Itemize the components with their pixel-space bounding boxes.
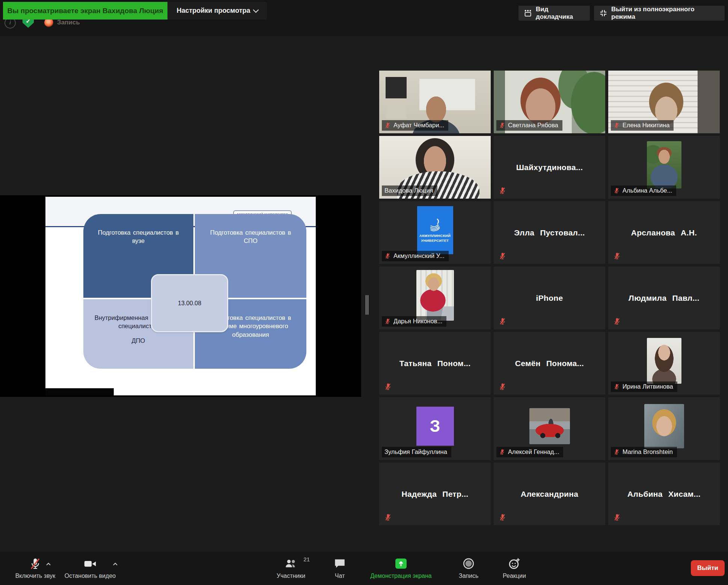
mic-options-caret[interactable] <box>46 562 51 566</box>
speaker-view-icon <box>524 9 532 17</box>
participant-photo-avatar <box>416 270 454 321</box>
participant-nameplate: Акмуллинский У... <box>382 251 449 261</box>
speaker-view-label: Вид докладчика <box>536 6 585 21</box>
participants-label: Участники <box>277 573 305 579</box>
participant-tile[interactable]: Светлана Рябова Светлана Рябова <box>494 71 605 133</box>
participant-name: Вахидова Люция <box>384 187 433 194</box>
swan-logo-icon <box>427 218 444 233</box>
meeting-toolbar: Включить звук Остановить видео 21 Участн… <box>0 552 728 585</box>
muted-mic-icon <box>499 252 506 260</box>
view-options-menu[interactable]: Настройки просмотра <box>167 2 267 20</box>
participant-tile[interactable]: Татьяна Поном... Татьяна Поном... <box>379 332 491 395</box>
speaker-view-button[interactable]: Вид докладчика <box>518 6 590 21</box>
muted-mic-icon <box>384 318 391 324</box>
muted-mic-icon <box>499 449 505 455</box>
participant-tile[interactable]: Альбина Хисам... Альбина Хисам... <box>608 463 720 525</box>
chat-button[interactable]: Чат <box>310 557 370 579</box>
participant-name-centered: Альбина Хисам... <box>608 463 720 525</box>
participant-name: Светлана Рябова <box>508 122 558 129</box>
exit-fullscreen-button[interactable]: Выйти из полноэкранного режима <box>594 6 725 21</box>
chat-label: Чат <box>335 573 345 579</box>
participant-nameplate: Елена Никитина <box>611 120 674 131</box>
muted-mic-icon <box>499 122 505 128</box>
participant-letter-avatar: З <box>416 407 454 446</box>
muted-mic-icon <box>613 317 621 325</box>
participant-tile[interactable]: Элла Пустовал... Элла Пустовал... <box>494 201 605 264</box>
logo-text-line1: АКМУЛЛИНСКИЙ <box>419 234 451 238</box>
muted-mic-icon <box>613 252 621 260</box>
share-screen-button[interactable]: Демонстрация экрана <box>371 557 431 579</box>
participant-name-centered: Семён Понома... <box>494 332 605 395</box>
reactions-icon <box>508 557 521 570</box>
participant-tile[interactable]: Ауфат Чембари... Ауфат Чембари... <box>379 71 491 133</box>
participant-tile[interactable]: Надежда Петр... Надежда Петр... <box>379 463 491 525</box>
participant-name-centered: Арсланова А.Н. <box>608 201 720 264</box>
slide-quadrant-diagram: Подготовка специалистов в вузе Подготовк… <box>83 214 306 369</box>
slide-bottom-notch <box>45 388 114 395</box>
share-screen-label: Демонстрация экрана <box>370 573 432 579</box>
participant-tile[interactable]: Ирина Литвинова Ирина Литвинова <box>608 332 720 395</box>
participant-photo-avatar <box>644 404 684 448</box>
participant-tile[interactable]: Альбина Альбе... Альбина Альбе... <box>608 136 720 199</box>
muted-mic-icon <box>499 513 506 521</box>
muted-mic-icon <box>29 557 42 570</box>
quadrant-bottom-left-subtext: ДПО <box>94 336 183 345</box>
participant-name: Зульфия Гайфуллина <box>384 448 447 455</box>
participant-name-centered: Татьяна Поном... <box>379 332 491 395</box>
participant-name-centered: Александрина <box>494 463 605 525</box>
participant-tile[interactable]: Шайхутдинова... Шайхутдинова... <box>494 136 605 199</box>
participant-tile[interactable]: Людмила Павл... Людмила Павл... <box>608 267 720 329</box>
leave-meeting-button[interactable]: Выйти <box>691 560 725 576</box>
share-screen-icon <box>394 557 408 570</box>
muted-mic-icon <box>384 383 392 391</box>
muted-mic-icon <box>384 122 391 128</box>
muted-mic-icon <box>384 253 391 259</box>
participant-nameplate: Светлана Рябова <box>496 120 562 131</box>
participant-photo-avatar <box>647 141 681 188</box>
panel-resize-handle[interactable] <box>366 295 369 315</box>
participants-icon <box>284 557 298 570</box>
participant-tile[interactable]: Дарья Никонов... Дарья Никонов... <box>379 267 491 329</box>
unmute-button[interactable]: Включить звук <box>5 557 65 579</box>
participant-name-centered: Шайхутдинова... <box>494 136 605 199</box>
participant-tile[interactable]: З Зульфия Гайфуллина Зульфия Гайфуллина <box>379 397 491 460</box>
participant-name-centered: Людмила Павл... <box>608 267 720 329</box>
participant-name: Marina Bronshtein <box>622 448 673 455</box>
exit-fullscreen-icon <box>599 9 607 17</box>
unmute-label: Включить звук <box>15 573 56 579</box>
participant-tile[interactable]: iPhone iPhone <box>494 267 605 329</box>
participant-tile[interactable]: Marina Bronshtein Marina Bronshtein <box>608 397 720 460</box>
participant-name: Ауфат Чембари... <box>393 122 444 129</box>
participant-tile[interactable]: АКМУЛЛИНСКИЙ УНИВЕРСИТЕТ Акмуллинский У.… <box>379 201 491 264</box>
participant-tile[interactable]: Елена Никитина Елена Никитина <box>608 71 720 133</box>
stop-video-button[interactable]: Остановить видео <box>60 557 120 579</box>
participant-tile[interactable]: Арсланова А.Н. Арсланова А.Н. <box>608 201 720 264</box>
participants-count-badge: 21 <box>303 556 310 562</box>
participant-photo-avatar <box>529 408 570 444</box>
muted-mic-icon <box>499 317 506 325</box>
participant-nameplate: Альбина Альбе... <box>611 185 676 196</box>
participant-name-centered: Надежда Петр... <box>379 463 491 525</box>
participant-name-centered: iPhone <box>494 267 605 329</box>
participant-photo-avatar <box>647 338 681 384</box>
participant-tile[interactable]: Алексей Геннад... Алексей Геннад... <box>494 397 605 460</box>
chevron-down-icon <box>253 7 259 13</box>
participant-nameplate: Зульфия Гайфуллина <box>382 447 451 457</box>
quadrant-center-box: 13.00.08 <box>151 274 228 332</box>
participant-nameplate: Вахидова Люция <box>382 185 437 196</box>
view-options-label: Настройки просмотра <box>176 7 250 15</box>
participant-name: Елена Никитина <box>622 122 669 129</box>
participant-tile[interactable]: Вахидова Люция Вахидова Люция <box>379 136 491 199</box>
participant-tile[interactable]: Александрина Александрина <box>494 463 605 525</box>
participant-name: Дарья Никонов... <box>393 318 442 325</box>
muted-mic-icon <box>613 383 620 390</box>
reactions-button[interactable]: Реакции <box>484 557 544 579</box>
participant-nameplate: Алексей Геннад... <box>496 447 563 457</box>
viewing-screen-banner: Вы просматриваете экран Вахидова Люция <box>3 2 167 20</box>
participant-name: Алексей Геннад... <box>508 448 559 455</box>
muted-mic-icon <box>613 187 620 194</box>
participant-name: Альбина Альбе... <box>622 187 672 194</box>
exit-fullscreen-label: Выйти из полноэкранного режима <box>611 6 719 21</box>
participant-tile[interactable]: Семён Понома... Семён Понома... <box>494 332 605 395</box>
video-options-caret[interactable] <box>113 562 118 566</box>
